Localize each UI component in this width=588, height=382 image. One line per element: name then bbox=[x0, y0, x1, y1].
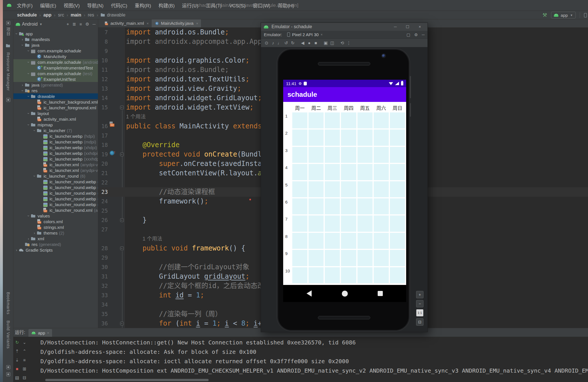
run-toolbar-icon-0-1[interactable]: ⇡ bbox=[14, 348, 20, 354]
breadcrumb-item-res[interactable]: res bbox=[88, 13, 94, 18]
tree-item-com.example.schadule[interactable]: ›com.example.schadule bbox=[13, 48, 98, 54]
fold-marker[interactable]: − bbox=[120, 322, 124, 325]
build-hammer-icon[interactable]: ⚒ bbox=[542, 12, 547, 18]
tree-item-ic_launcher_round.webp[interactable]: ic_launcher_round.webp(xhdpi) bbox=[13, 190, 98, 196]
run-toolbar-icon-1-2[interactable]: ≡ bbox=[22, 357, 27, 363]
rotate-left-icon[interactable]: ↺ bbox=[283, 40, 289, 46]
tree-item-ic_launcher.webp[interactable]: ic_launcher.webp(xhdpi) bbox=[13, 145, 98, 150]
zoom-button-+[interactable]: + bbox=[416, 291, 423, 298]
zoom-button-−[interactable]: − bbox=[416, 300, 423, 307]
run-toolbar-icon-1-3[interactable]: ⊞ bbox=[22, 366, 27, 372]
emulator-tab-icon-1[interactable]: ⚙ bbox=[414, 32, 418, 37]
code-text[interactable]: for (int i = 1; i < 8; i++) { bbox=[126, 319, 278, 328]
tab-pixel-2-api-30[interactable]: Pixel 2 API 30 × bbox=[287, 32, 322, 37]
menu-item-1[interactable]: 编辑(E) bbox=[36, 3, 60, 9]
snapshots-icon[interactable]: ⟲ bbox=[339, 40, 346, 46]
code-text[interactable]: //动态渲染课程框 bbox=[126, 187, 215, 197]
sidebar-item-build-variants[interactable]: Build Variants bbox=[3, 321, 13, 349]
tree-arrow[interactable]: › bbox=[26, 60, 31, 64]
tree-item-res[interactable]: ›res bbox=[13, 88, 98, 93]
run-toolbar-icon-0-0[interactable]: ↻ bbox=[14, 340, 20, 345]
tree-item-strings.xml[interactable]: strings.xml bbox=[13, 224, 98, 230]
code-text[interactable]: int id = 1; bbox=[126, 291, 204, 300]
screenshot-icon[interactable]: ▣ bbox=[322, 40, 329, 46]
log-output[interactable]: D/HostConnection: HostConnection::get() … bbox=[40, 338, 588, 377]
tree-item-java[interactable]: ›java bbox=[13, 42, 98, 48]
tree-item-ic_launcher_round.webp[interactable]: ic_launcher_round.webp(xxxhdpi) bbox=[13, 202, 98, 207]
close-icon[interactable]: × bbox=[321, 33, 323, 37]
fold-marker[interactable]: − bbox=[120, 247, 124, 250]
tab-MainActivity.java[interactable]: MainActivity.java× bbox=[152, 19, 201, 27]
tree-item-themes[interactable]: ›themes(2) bbox=[13, 230, 98, 236]
back-icon[interactable]: ◀ bbox=[299, 40, 306, 46]
layers-tool-icon[interactable] bbox=[3, 365, 13, 369]
fold-marker[interactable]: − bbox=[120, 218, 124, 222]
tree-item-ic_launcher.xml[interactable]: ic_launcher.xml(anydpi-v33) bbox=[13, 167, 98, 173]
tree-item-java[interactable]: ›java(generated) bbox=[13, 82, 98, 88]
run-toolbar-icon-0-2[interactable]: ⇣ bbox=[14, 357, 20, 363]
zoom-button-1:1[interactable]: 1:1 bbox=[416, 309, 423, 317]
tree-item-ic_launcher.webp[interactable]: ic_launcher.webp(xxxhdpi) bbox=[13, 156, 98, 162]
code-text[interactable]: framework(); bbox=[126, 197, 208, 206]
menu-item-6[interactable]: 构建(B) bbox=[155, 3, 178, 9]
tree-item-ic_launcher_round.webp[interactable]: ic_launcher_round.webp(xxhdpi) bbox=[13, 196, 98, 202]
sidebar-item-resource-manager[interactable]: Resource Manager bbox=[3, 52, 13, 91]
tree-item-ExampleInstrumentedTest[interactable]: ExampleInstrumentedTest bbox=[13, 65, 98, 71]
run-toolbar-icon-1-1[interactable]: ⌃ bbox=[22, 348, 27, 354]
emulator-tab-icon-2[interactable]: ─ bbox=[422, 32, 425, 37]
tree-item-xml[interactable]: ›xml bbox=[13, 236, 98, 241]
rotate-right-icon[interactable]: ↻ bbox=[289, 40, 296, 46]
tree-item-ic_launcher_foreground.xml[interactable]: ic_launcher_foreground.xml(v24) bbox=[13, 105, 98, 110]
code-text[interactable]: import android.os.Bundle; bbox=[126, 28, 229, 37]
usage-inlay[interactable]: 1 个用法 bbox=[126, 112, 146, 122]
menu-item-3[interactable]: 导航(N) bbox=[83, 3, 107, 9]
tab-activity_main.xml[interactable]: activity_main.xml× bbox=[101, 19, 152, 27]
breadcrumb-item-app[interactable]: app bbox=[43, 13, 51, 18]
close-button[interactable]: × bbox=[415, 24, 425, 29]
volume-down-icon[interactable]: ♩ bbox=[276, 40, 283, 45]
minimize-button[interactable]: ─ bbox=[390, 24, 400, 29]
more-icon[interactable]: ⋮ bbox=[346, 40, 352, 46]
power-icon[interactable]: ⊙ bbox=[263, 40, 270, 46]
tree-arrow[interactable]: › bbox=[15, 31, 19, 36]
breadcrumb-item-src[interactable]: src bbox=[58, 13, 64, 18]
tree-item-colors.xml[interactable]: colors.xml bbox=[13, 219, 98, 224]
tree-item-manifests[interactable]: ›manifests bbox=[13, 36, 98, 42]
project-header-icon-1[interactable]: ≣ bbox=[73, 22, 76, 26]
code-text[interactable]: } bbox=[126, 215, 147, 225]
emulator-title-bar[interactable]: Emulator - schadule ─ ☐ × bbox=[261, 23, 427, 31]
device-manager-button[interactable] bbox=[584, 13, 587, 17]
horizontal-scrollbar[interactable] bbox=[45, 379, 209, 381]
tree-arrow[interactable]: › bbox=[26, 237, 31, 241]
tree-arrow[interactable]: › bbox=[20, 37, 25, 42]
overview-icon[interactable]: ■ bbox=[312, 40, 319, 45]
menu-item-0[interactable]: 文件(F) bbox=[13, 3, 36, 9]
tree-arrow[interactable]: › bbox=[20, 43, 25, 47]
code-text[interactable]: public void framework() { bbox=[126, 244, 245, 253]
run-tab-app[interactable]: app × bbox=[28, 329, 52, 337]
project-header-icon-4[interactable]: ─ bbox=[92, 22, 96, 26]
recents-button[interactable] bbox=[378, 291, 383, 296]
code-text[interactable]: import android.text.TextUtils; bbox=[126, 75, 250, 84]
sidebar-item-bookmarks[interactable]: Bookmarks bbox=[3, 292, 13, 315]
tree-item-ic_launcher.xml[interactable]: ic_launcher.xml(anydpi-v26) bbox=[13, 162, 98, 167]
tree-item-drawable[interactable]: ›drawable bbox=[13, 93, 98, 99]
folder-tool-icon[interactable] bbox=[3, 44, 13, 48]
code-text[interactable]: import android.os.Bundle; bbox=[126, 65, 229, 75]
tree-item-mipmap[interactable]: ›mipmap bbox=[13, 122, 98, 128]
close-icon[interactable]: × bbox=[47, 331, 49, 335]
code-text[interactable]: import android.view.Gravity; bbox=[126, 84, 241, 93]
run-toolbar-icon-1-4[interactable]: ⊟ bbox=[22, 375, 27, 381]
tree-item-MainActivity[interactable]: MainActivity bbox=[13, 54, 98, 59]
code-text[interactable]: @Override bbox=[126, 140, 180, 150]
home-button[interactable] bbox=[342, 291, 348, 297]
menu-item-5[interactable]: 重构(R) bbox=[131, 3, 155, 9]
pin-tool-icon[interactable] bbox=[3, 98, 13, 102]
project-header-icon-0[interactable]: ⌖ bbox=[67, 22, 69, 26]
tree-item-com.example.schadule[interactable]: ›com.example.schadule(test) bbox=[13, 71, 98, 76]
project-view-selector[interactable]: Android bbox=[22, 22, 38, 27]
tree-item-ic_launcher_round[interactable]: ›ic_launcher_round(6) bbox=[13, 173, 98, 179]
home-icon[interactable]: ● bbox=[306, 40, 312, 45]
close-icon[interactable]: × bbox=[147, 21, 149, 26]
back-button[interactable] bbox=[307, 290, 312, 297]
